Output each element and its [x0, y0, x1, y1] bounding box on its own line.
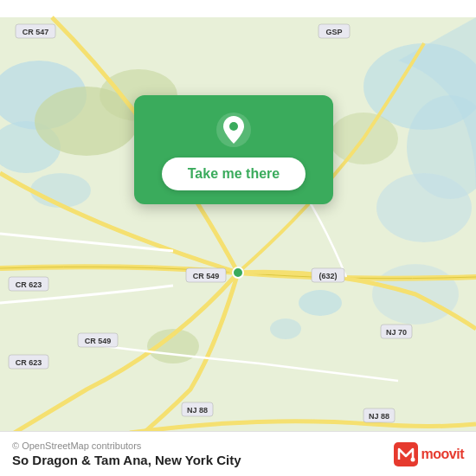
moovit-text: moovit	[421, 447, 464, 462]
take-me-there-button[interactable]: Take me there	[162, 158, 306, 190]
svg-text:CR 549: CR 549	[193, 272, 220, 280]
svg-text:NJ 88: NJ 88	[369, 412, 389, 421]
svg-text:CR 547: CR 547	[23, 28, 49, 36]
osm-credit: © OpenStreetMap contributors	[12, 441, 241, 451]
svg-rect-39	[394, 442, 418, 466]
svg-text:GSP: GSP	[325, 28, 342, 36]
moovit-icon	[394, 442, 418, 466]
svg-point-3	[30, 173, 91, 208]
bottom-bar: © OpenStreetMap contributors So Dragon &…	[0, 431, 476, 476]
svg-text:CR 549: CR 549	[85, 337, 112, 345]
svg-point-8	[299, 290, 342, 316]
svg-text:NJ 88: NJ 88	[187, 406, 208, 415]
svg-text:(632): (632)	[318, 272, 337, 280]
map-container: CR 547 GSP CCR CR 549 CR 549 CR 623 CR 6…	[0, 0, 476, 476]
svg-point-9	[270, 318, 301, 339]
moovit-logo: moovit	[394, 442, 464, 466]
location-card: Take me there	[134, 95, 333, 204]
svg-point-38	[229, 122, 238, 131]
svg-point-6	[376, 173, 472, 242]
svg-point-40	[410, 457, 415, 461]
map-background: CR 547 GSP CCR CR 549 CR 549 CR 623 CR 6…	[0, 0, 476, 476]
svg-text:NJ 70: NJ 70	[386, 328, 407, 337]
location-pin-icon	[215, 111, 253, 149]
svg-point-36	[233, 267, 243, 278]
svg-text:CR 623: CR 623	[16, 358, 42, 367]
place-name: So Dragon & Tam Ana, New York City	[12, 453, 241, 467]
svg-text:CR 623: CR 623	[16, 280, 42, 289]
location-info: © OpenStreetMap contributors So Dragon &…	[12, 441, 241, 467]
